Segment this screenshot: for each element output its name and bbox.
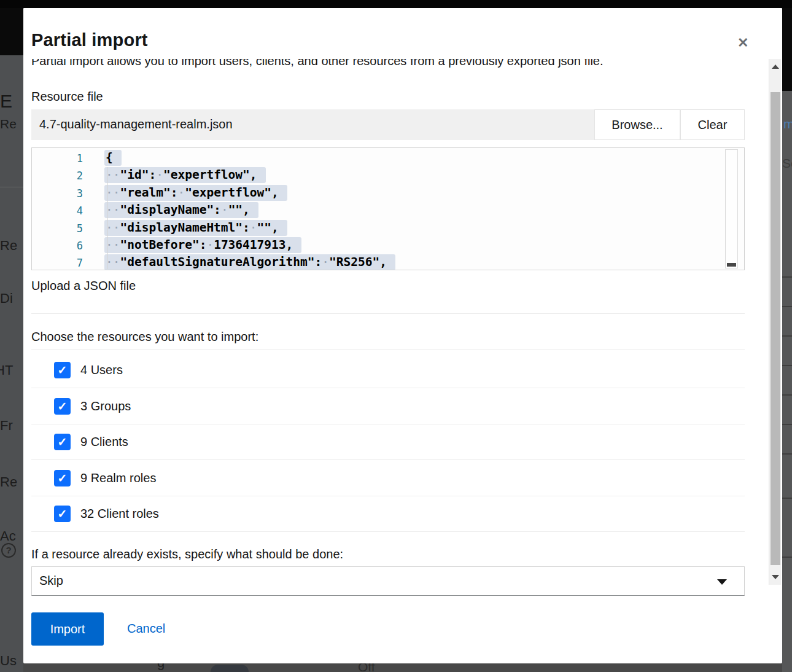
line-number: 6 — [32, 240, 83, 252]
clear-button[interactable]: Clear — [680, 109, 745, 140]
modal-scrollbar[interactable] — [769, 59, 781, 585]
resource-checkbox[interactable]: ✓ — [54, 398, 71, 415]
code-line: 3··"realm":·"expertflow", — [32, 186, 744, 203]
line-number: 5 — [32, 222, 83, 235]
background-row-line — [782, 306, 792, 307]
modal-title: Partial import — [31, 30, 148, 50]
import-button[interactable]: Import — [31, 612, 104, 646]
code-line: 6··"notBefore":·1736417913, — [32, 238, 744, 255]
resource-row: ✓4 Users — [31, 353, 745, 388]
choose-resources-heading: Choose the resources you want to import: — [31, 330, 258, 344]
background-text-fragment: Re — [0, 474, 17, 490]
resource-row: ✓3 Groups — [31, 389, 745, 424]
background-text-fragment: Us — [0, 653, 17, 669]
resource-file-label: Resource file — [31, 90, 103, 104]
line-number: 3 — [32, 187, 83, 200]
modal-scrollbar-thumb[interactable] — [771, 92, 780, 565]
list-divider — [31, 349, 745, 350]
resource-checkbox[interactable]: ✓ — [54, 434, 71, 450]
background-left-divider — [0, 187, 23, 187]
background-left-masthead — [0, 0, 23, 55]
editor-scrollbar[interactable] — [725, 149, 738, 268]
code-text: ··"displayNameHtml":·"", — [104, 221, 287, 235]
conflict-strategy-heading: If a resource already exists, specify wh… — [31, 547, 343, 561]
background-bottom-strip: gOff — [23, 663, 782, 672]
line-number: 4 — [32, 205, 83, 217]
code-text: { — [104, 150, 122, 165]
background-text-fragment: Re — [0, 238, 17, 254]
resource-file-name: 4.7-quality-management-realm.json — [39, 117, 233, 131]
background-text-fragment: Re — [0, 117, 17, 131]
resource-row: ✓9 Realm roles — [31, 461, 745, 496]
resource-checkbox[interactable]: ✓ — [54, 362, 71, 378]
code-line: 2··"id":·"expertflow", — [32, 168, 744, 185]
scrollbar-down-arrow-icon[interactable] — [772, 575, 779, 579]
browse-button[interactable]: Browse... — [594, 109, 680, 140]
background-text-fragment: Ac — [0, 528, 16, 544]
background-row-line — [782, 365, 792, 366]
chevron-down-icon — [717, 579, 727, 585]
background-masthead — [0, 0, 792, 8]
resource-row: ✓32 Client roles — [31, 496, 745, 532]
resource-checkbox[interactable]: ✓ — [54, 506, 71, 522]
resource-label: 9 Clients — [80, 435, 128, 449]
background-row-line — [782, 424, 792, 425]
editor-scrollbar-thumb[interactable] — [727, 263, 736, 267]
background-row-line — [782, 557, 792, 558]
background-text-fragment: Fr — [0, 418, 13, 434]
partial-import-modal: Partial import allows you to import user… — [23, 8, 782, 663]
code-line: 4··"displayName":·"", — [32, 203, 744, 220]
help-icon: ? — [1, 543, 16, 558]
code-text: ··"id":·"expertflow", — [104, 168, 266, 182]
line-number: 2 — [32, 170, 83, 182]
background-right-strip: mSe — [782, 0, 792, 672]
background-row-line — [782, 394, 792, 396]
background-row-line — [782, 276, 792, 278]
editor-indent-guide — [107, 167, 108, 269]
modal-header: Partial import ✕ — [23, 8, 782, 59]
code-text: ··"realm":·"expertflow", — [104, 186, 287, 200]
close-icon[interactable]: ✕ — [737, 36, 748, 50]
line-number: 1 — [32, 152, 83, 165]
background-row-line — [782, 453, 792, 455]
conflict-strategy-select[interactable]: Skip — [31, 566, 745, 596]
background-row-line — [782, 335, 792, 337]
background-right-masthead — [782, 0, 792, 91]
resource-label: 3 Groups — [80, 399, 131, 413]
resource-file-input[interactable]: 4.7-quality-management-realm.json — [31, 109, 594, 140]
background-text-fragment: HT — [0, 362, 13, 378]
background-toggle-switch — [211, 665, 249, 672]
resource-row: ✓9 Clients — [31, 424, 745, 460]
background-text-fragment: g — [157, 663, 165, 671]
code-text: ··"defaultSignatureAlgorithm":·"RS256", — [104, 255, 395, 269]
background-text-fragment: Off — [358, 663, 375, 672]
cancel-button[interactable]: Cancel — [127, 622, 165, 636]
conflict-strategy-value: Skip — [39, 574, 63, 588]
resource-label: 9 Realm roles — [80, 471, 156, 485]
background-text-fragment: m — [783, 117, 792, 131]
background-text-fragment: E — [0, 91, 12, 112]
upload-helper-text: Upload a JSON file — [31, 279, 136, 293]
line-number: 7 — [32, 257, 83, 269]
code-line: 1{ — [32, 150, 744, 168]
scrollbar-up-arrow-icon[interactable] — [772, 64, 779, 69]
resource-checkbox[interactable]: ✓ — [54, 470, 71, 486]
code-text: ··"notBefore":·1736417913, — [104, 238, 301, 252]
section-divider — [31, 313, 745, 314]
code-text: ··"displayName":·"", — [104, 203, 258, 217]
json-editor[interactable]: 1{2··"id":·"expertflow",3··"realm":·"exp… — [31, 147, 745, 270]
background-text-fragment: Di — [0, 291, 13, 307]
background-text-fragment: Se — [782, 156, 792, 171]
code-line: 5··"displayNameHtml":·"", — [32, 221, 744, 238]
resource-label: 32 Client roles — [80, 507, 159, 521]
code-line: 7··"defaultSignatureAlgorithm":·"RS256", — [32, 255, 744, 270]
background-left-strip: EReReDiHTFrReAcUs ? — [0, 0, 23, 672]
background-row-line — [782, 498, 792, 499]
resource-label: 4 Users — [80, 363, 123, 377]
